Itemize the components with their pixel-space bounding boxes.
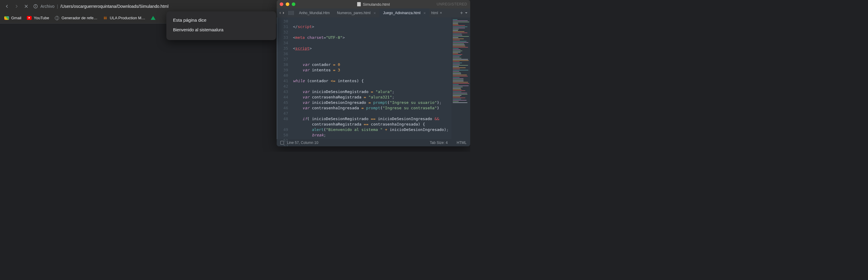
tab-label: Anho_Mundial.Htm bbox=[299, 11, 330, 15]
tab-size[interactable]: Tab Size: 4 bbox=[430, 141, 447, 145]
maximize-window-button[interactable] bbox=[292, 2, 296, 6]
status-bar: Line 57, Column 10 Tab Size: 4 HTML bbox=[277, 139, 470, 146]
sublime-titlebar[interactable]: Simulando.html UNREGISTERED bbox=[277, 0, 470, 8]
back-button[interactable] bbox=[4, 4, 10, 9]
window-title: Simulando.html bbox=[363, 2, 390, 7]
window-controls bbox=[280, 2, 296, 6]
globe-icon bbox=[55, 16, 59, 21]
close-window-button[interactable] bbox=[280, 2, 283, 6]
alert-title: Esta página dice bbox=[173, 18, 270, 23]
tab-label: Numeros_pares.html bbox=[337, 11, 370, 15]
code-content[interactable]: </script> <meta charset="UTF-8"> <script… bbox=[290, 18, 452, 139]
tab-anho-mundial[interactable]: Anho_Mundial.Htm bbox=[296, 8, 333, 18]
tab-label: Juego_Adivinanza.html bbox=[383, 11, 421, 15]
alert-message: Bienvenido al sistemaalura bbox=[173, 27, 270, 32]
bookmark-label: ULA Production M… bbox=[110, 16, 145, 20]
sublime-window: Simulando.html UNREGISTERED Anho_Mundial… bbox=[277, 0, 470, 146]
forward-button[interactable] bbox=[14, 4, 19, 9]
info-icon bbox=[33, 4, 38, 9]
document-icon bbox=[357, 2, 361, 6]
js-alert-dialog: Esta página dice Bienvenido al sistemaal… bbox=[166, 11, 276, 40]
tab-grip[interactable] bbox=[287, 8, 296, 18]
tab-numeros-pares[interactable]: Numeros_pares.html × bbox=[333, 8, 379, 18]
url-scheme: Archivo bbox=[40, 4, 55, 9]
syntax-mode[interactable]: HTML bbox=[457, 141, 467, 145]
close-tab-icon[interactable]: × bbox=[440, 11, 442, 15]
editor-area[interactable]: 30313233343536373839404142434445464748 4… bbox=[277, 18, 470, 139]
bookmark-label: YouTube bbox=[34, 16, 49, 20]
tab-dropdown-icon[interactable] bbox=[465, 11, 468, 14]
url-separator: | bbox=[57, 4, 58, 9]
bookmark-label: Gmail bbox=[11, 16, 22, 20]
tab-juego-adivinanza[interactable]: Juego_Adivinanza.html × bbox=[379, 8, 430, 18]
bookmark-label: Generador de refe… bbox=[61, 16, 97, 20]
youtube-icon bbox=[27, 16, 32, 21]
line-gutter: 30313233343536373839404142434445464748 4… bbox=[277, 18, 290, 139]
tab-label: html bbox=[431, 11, 438, 15]
new-tab-button[interactable]: + bbox=[460, 10, 463, 16]
close-tab-icon[interactable]: × bbox=[373, 11, 376, 15]
minimize-window-button[interactable] bbox=[286, 2, 289, 6]
stop-reload-button[interactable] bbox=[24, 4, 29, 9]
url-path: /Users/oscarguerreroquintana/Downloads/S… bbox=[60, 4, 168, 9]
cursor-position: Line 57, Column 10 bbox=[287, 141, 318, 145]
tab-actions: + bbox=[458, 8, 470, 18]
minimap[interactable] bbox=[452, 18, 470, 139]
bookmark-gmail[interactable]: Gmail bbox=[4, 16, 22, 21]
bookmark-ula[interactable]: iii ULA Production M… bbox=[103, 16, 145, 21]
bookmark-drive[interactable] bbox=[151, 16, 156, 21]
unregistered-label: UNREGISTERED bbox=[437, 2, 467, 6]
tab-overflow[interactable]: html × bbox=[430, 8, 444, 18]
tab-history-nav[interactable] bbox=[277, 8, 287, 18]
bookmark-youtube[interactable]: YouTube bbox=[27, 16, 49, 21]
gmail-icon bbox=[4, 16, 9, 21]
drive-icon bbox=[151, 16, 156, 21]
bookmark-generador[interactable]: Generador de refe… bbox=[55, 16, 97, 21]
tab-bar: Anho_Mundial.Htm Numeros_pares.html × Ju… bbox=[277, 8, 470, 18]
close-tab-icon[interactable]: × bbox=[424, 11, 426, 15]
address-bar[interactable]: Archivo | /Users/oscarguerreroquintana/D… bbox=[33, 4, 168, 9]
ula-icon: iii bbox=[103, 16, 107, 21]
